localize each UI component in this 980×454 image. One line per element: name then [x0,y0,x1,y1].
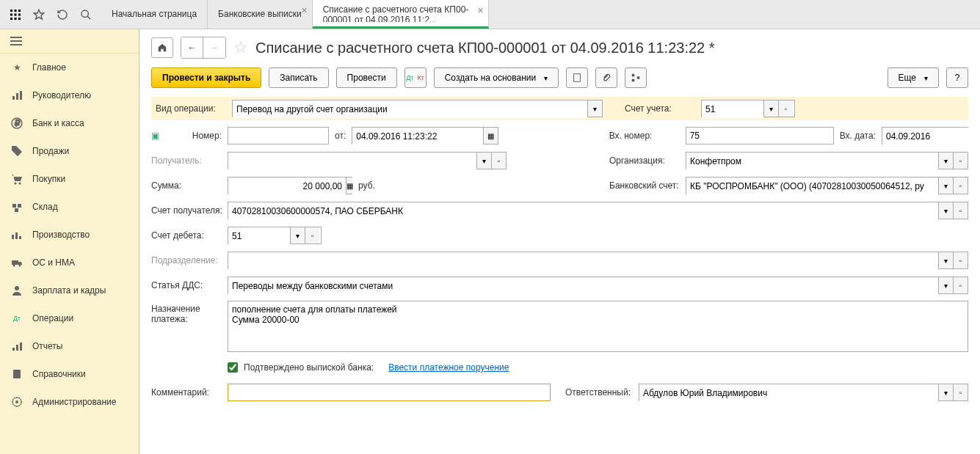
sidebar-item-admin[interactable]: Администрирование [0,388,139,416]
sidebar-label: Покупки [32,174,65,184]
svg-point-30 [19,265,21,267]
currency-label: руб. [352,180,375,191]
sidebar-label: Склад [32,202,58,212]
purpose-input[interactable] [228,301,968,352]
save-button[interactable]: Записать [269,67,328,88]
tab-document[interactable]: Списание с расчетного счета КП00-000001 … [313,0,489,29]
sidebar-item-reports[interactable]: Отчеты [0,332,139,360]
sidebar-item-hr[interactable]: Зарплата и кадры [0,277,139,304]
sidebar-item-manager[interactable]: Руководителю [0,81,139,109]
attach-button[interactable] [595,67,617,88]
help-button[interactable]: ? [946,67,968,88]
bank-account-input[interactable] [686,177,938,195]
structure-button[interactable] [625,67,647,88]
svg-rect-4 [15,13,17,15]
recipient-input [228,153,476,170]
open-icon[interactable]: ▫ [491,153,506,169]
enter-payment-link[interactable]: Ввести платежное поручение [388,362,509,373]
open-icon[interactable]: ▫ [953,177,968,194]
dropdown-icon[interactable]: ▾ [938,384,953,400]
open-icon[interactable]: ▫ [953,384,968,400]
dropdown-icon[interactable]: ▾ [763,100,778,117]
op-type-label: Вид операции: [156,103,232,114]
dropdown-icon[interactable]: ▾ [476,153,491,169]
svg-rect-28 [12,260,18,265]
recipient-account-input[interactable] [228,202,938,220]
post-button[interactable]: Провести [336,67,397,88]
menu-toggle[interactable] [0,29,139,54]
org-input[interactable] [686,153,938,170]
account-input[interactable] [702,100,763,118]
sidebar-item-operations[interactable]: Дт Операции [0,304,139,332]
svg-rect-5 [18,13,21,15]
svg-point-31 [15,286,19,290]
cart-icon [10,172,23,186]
sidebar-item-main[interactable]: ★ Главное [0,54,139,81]
dropdown-icon[interactable]: ▾ [938,177,953,194]
close-icon[interactable]: × [302,4,308,16]
home-button[interactable] [151,37,173,58]
date-input[interactable] [352,128,483,145]
comment-label: Комментарий: [151,387,228,398]
dropdown-icon[interactable]: ▾ [938,277,953,293]
calendar-icon[interactable]: ▦ [483,128,498,144]
open-icon[interactable]: ▫ [953,202,968,219]
open-icon[interactable]: ▫ [953,277,968,293]
confirmed-checkbox[interactable] [228,362,238,373]
star-icon: ★ [10,61,23,74]
create-from-button[interactable]: Создать на основании [434,67,559,88]
search-icon[interactable] [75,4,97,26]
responsible-label: Ответственный: [565,387,639,398]
svg-rect-16 [16,93,18,100]
sidebar-item-purchases[interactable]: Покупки [0,165,139,193]
dds-input[interactable] [228,277,938,295]
star-icon[interactable] [28,4,50,26]
open-icon[interactable]: ▫ [778,100,793,117]
sum-input[interactable] [228,177,346,195]
more-button[interactable]: Еще [888,67,939,88]
comment-input[interactable] [228,384,551,401]
dt-kt-button[interactable]: ДтКт [404,67,427,88]
post-close-button[interactable]: Провести и закрыть [151,67,261,88]
in-number-input[interactable] [686,127,834,144]
dropdown-icon[interactable]: ▾ [290,227,305,244]
sidebar-item-sales[interactable]: Продажи [0,137,139,165]
truck-icon [10,256,23,269]
sidebar-label: Зарплата и кадры [32,285,106,296]
dropdown-icon[interactable]: ▾ [938,153,953,169]
in-date-input[interactable] [882,128,980,145]
sidebar-item-warehouse[interactable]: Склад [0,193,139,221]
responsible-input[interactable] [639,384,938,402]
debit-account-input[interactable] [228,227,290,245]
back-button[interactable]: ← [181,37,203,58]
sidebar-item-assets[interactable]: ОС и НМА [0,249,139,277]
tab-home[interactable]: Начальная страница [101,0,208,29]
number-input[interactable] [228,127,329,144]
svg-point-29 [13,265,15,267]
svg-rect-40 [637,76,640,79]
close-icon[interactable]: × [478,4,484,16]
dt-kt-icon: Дт [10,312,23,325]
book-icon [10,367,23,381]
svg-rect-15 [12,96,15,100]
sidebar-label: Отчеты [32,341,62,351]
favorite-icon[interactable]: ☆ [233,38,248,57]
tab-bank-statements[interactable]: Банковские выписки × [208,0,313,29]
open-icon[interactable]: ▫ [953,252,968,268]
op-type-input[interactable] [233,100,587,118]
apps-icon[interactable] [4,4,26,26]
open-icon[interactable]: ▫ [305,227,319,244]
gear-icon [10,395,23,409]
svg-rect-33 [16,345,18,351]
dropdown-icon[interactable]: ▾ [587,100,602,117]
sidebar-item-production[interactable]: Производство [0,221,139,249]
svg-rect-24 [15,208,18,212]
sidebar-item-catalogs[interactable]: Справочники [0,360,139,388]
open-icon[interactable]: ▫ [953,153,968,169]
print-button[interactable] [566,67,588,88]
dropdown-icon[interactable]: ▾ [938,202,953,219]
forward-button[interactable]: → [203,37,225,58]
sidebar-item-bank[interactable]: ₽ Банк и касса [0,109,139,137]
dropdown-icon[interactable]: ▾ [938,252,953,268]
history-icon[interactable] [51,4,73,26]
